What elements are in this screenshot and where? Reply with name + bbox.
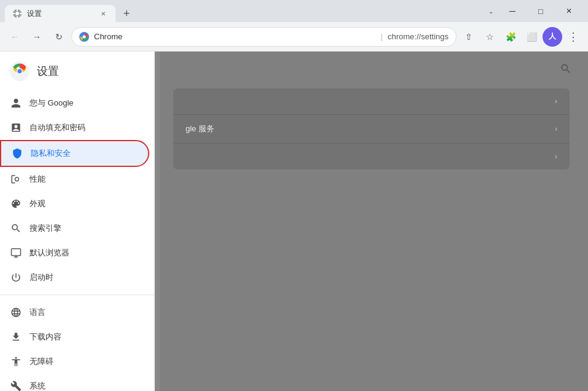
svg-rect-5 [20,13,22,14]
split-screen-button[interactable]: ⬜ [522,27,541,47]
sidebar-label-appearance: 外观 [29,198,45,209]
window-controls: ⌄ [484,0,583,22]
content-scrollbar[interactable] [155,52,160,391]
refresh-button[interactable]: ↻ [49,27,69,47]
sidebar-item-system[interactable]: 系统 [0,374,149,391]
sidebar-label-search: 搜索引擎 [29,223,61,234]
chrome-logo [10,61,29,81]
sidebar-label-performance: 性能 [29,174,45,185]
extensions-button[interactable]: 🧩 [501,27,520,47]
content-search-button[interactable] [556,59,576,79]
sidebar-label-browser: 默认浏览器 [29,247,69,258]
svg-point-11 [18,69,22,74]
settings-row-2-text: gle 服务 [186,123,555,134]
maximize-button[interactable] [527,0,555,22]
chevron-right-icon-1: › [555,97,557,106]
svg-rect-12 [12,249,21,255]
address-bar[interactable]: Chrome | chrome://settings [71,27,457,47]
sidebar-label-download: 下载内容 [29,331,61,343]
close-button[interactable] [555,0,583,22]
address-divider: | [381,32,383,41]
active-tab[interactable]: 设置 ✕ [5,5,116,22]
settings-row-2[interactable]: gle 服务 › [173,115,570,144]
sidebar-label-startup: 启动时 [29,272,53,283]
sidebar-title: 设置 [37,64,59,79]
accessibility-icon [10,355,22,368]
address-url: chrome://settings [388,32,449,41]
sidebar-nav: 您与 Google 自动填充和密码 隐私和安全 性能 [0,86,154,391]
sidebar-label-google: 您与 Google [29,98,74,109]
download-icon [10,331,22,343]
sidebar: 设置 您与 Google 自动填充和密码 隐私 [0,52,155,391]
wrench-icon [10,380,22,391]
sidebar-item-startup[interactable]: 启动时 [0,265,149,290]
main-area: 设置 您与 Google 自动填充和密码 隐私 [0,52,588,391]
settings-row-3[interactable]: › [173,144,570,169]
new-tab-button[interactable]: + [118,5,135,22]
tab-favicon [12,9,22,18]
sidebar-item-performance[interactable]: 性能 [0,167,149,192]
profile-button[interactable]: 人 [543,27,562,47]
settings-row-1[interactable]: › [173,88,570,115]
svg-point-7 [83,35,86,38]
back-button[interactable]: ← [5,27,25,47]
chevron-right-icon-2: › [555,125,557,133]
sidebar-label-language: 语言 [29,307,45,318]
site-name: Chrome [94,32,376,41]
svg-rect-3 [17,16,18,18]
power-icon [10,271,22,284]
sidebar-item-appearance[interactable]: 外观 [0,192,149,216]
sidebar-label-autofill: 自动填充和密码 [29,122,85,133]
forward-button[interactable]: → [27,27,47,47]
sidebar-item-search[interactable]: 搜索引擎 [0,216,149,241]
minimize-icon [509,6,515,16]
minimize-button[interactable] [498,0,527,22]
sidebar-header: 设置 [0,52,154,86]
sidebar-label-system: 系统 [29,381,45,391]
menu-button[interactable]: ⋮ [563,27,583,47]
palette-icon [10,198,22,210]
nav-actions: ⇧ ☆ 🧩 ⬜ 人 ⋮ [459,27,583,47]
share-button[interactable]: ⇧ [459,27,479,47]
tab-close-button[interactable]: ✕ [98,9,108,18]
search-icon [10,222,22,234]
tab-title: 设置 [27,9,93,19]
site-favicon [79,32,89,42]
sidebar-item-autofill[interactable]: 自动填充和密码 [0,115,149,140]
content-area: › gle 服务 › › [155,52,588,391]
sidebar-item-language[interactable]: 语言 [0,300,149,325]
title-bar: 设置 ✕ + ⌄ [0,0,588,22]
chevron-right-icon-3: › [555,152,557,161]
autofill-icon [10,122,22,134]
navigation-bar: ← → ↻ Chrome | chrome://settings ⇧ ☆ 🧩 ⬜… [0,22,588,52]
bookmark-button[interactable]: ☆ [480,27,500,47]
sidebar-label-accessibility: 无障碍 [29,356,53,367]
globe-icon [10,306,22,319]
svg-rect-2 [17,9,18,11]
performance-icon [10,173,22,185]
person-icon [10,97,22,109]
sidebar-item-google[interactable]: 您与 Google [0,91,149,115]
sidebar-label-privacy: 隐私和安全 [31,148,71,159]
sidebar-item-download[interactable]: 下载内容 [0,325,149,349]
maximize-icon [538,7,543,16]
sidebar-item-privacy[interactable]: 隐私和安全 [0,140,149,167]
tab-strip: 设置 ✕ + [5,0,484,22]
sidebar-item-browser[interactable]: 默认浏览器 [0,241,149,265]
tab-search-button[interactable]: ⌄ [484,0,498,22]
settings-card: › gle 服务 › › [173,88,570,169]
sidebar-item-accessibility[interactable]: 无障碍 [0,349,149,374]
svg-point-1 [15,12,19,15]
sidebar-divider-1 [0,295,154,295]
close-icon [566,7,572,15]
svg-rect-4 [13,13,15,14]
browser-icon [10,247,22,259]
shield-icon [11,147,23,160]
